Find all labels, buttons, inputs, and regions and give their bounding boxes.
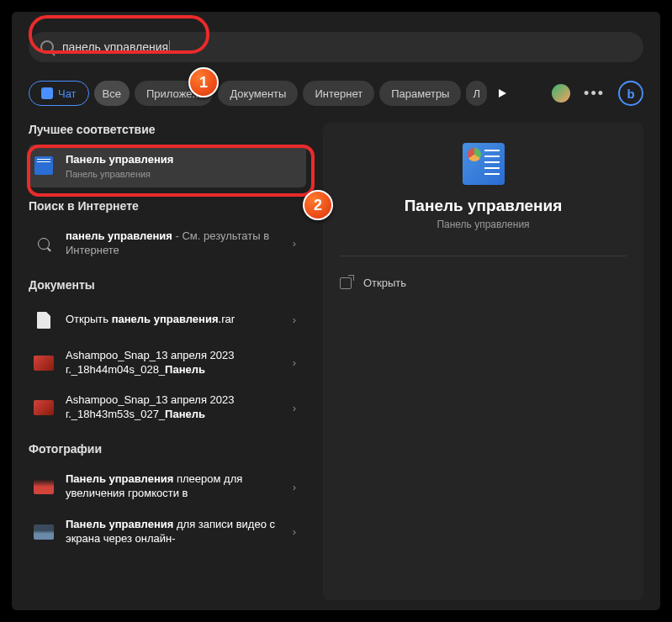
chevron-right-icon: › <box>293 237 296 250</box>
play-icon[interactable] <box>499 89 506 98</box>
search-input[interactable]: панель управления <box>62 40 168 54</box>
file-icon <box>37 312 50 329</box>
chevron-right-icon: › <box>293 402 296 414</box>
more-menu-icon[interactable]: ••• <box>584 85 605 103</box>
chevron-right-icon: › <box>293 356 296 369</box>
image-icon <box>34 400 54 415</box>
filter-documents[interactable]: Документы <box>218 81 298 106</box>
callout-1: 1 <box>188 67 219 98</box>
document-item[interactable]: Открыть панель управления.rar › <box>29 300 306 340</box>
details-title: Панель управления <box>405 197 563 215</box>
image-icon <box>34 524 54 540</box>
search-icon <box>40 40 54 54</box>
section-documents: Документы <box>29 278 306 292</box>
details-panel: Панель управления Панель управления Откр… <box>323 123 643 600</box>
callout-2: 2 <box>303 190 333 220</box>
chevron-right-icon: › <box>293 314 296 326</box>
image-icon <box>34 356 54 371</box>
filter-all[interactable]: Все <box>94 81 130 106</box>
filter-settings[interactable]: Параметры <box>379 81 461 106</box>
open-label: Открыть <box>363 277 406 289</box>
photo-item[interactable]: Панель управления плеером для увеличения… <box>29 464 306 509</box>
photo-item[interactable]: Панель управления для записи видео с экр… <box>29 509 306 555</box>
divider <box>340 256 627 256</box>
web-search-item[interactable]: панель управления - См. результаты в Инт… <box>29 221 306 266</box>
search-bar[interactable]: панель управления <box>29 32 643 62</box>
user-avatar[interactable] <box>552 84 570 103</box>
result-title: Открыть панель управления.rar <box>66 313 283 327</box>
document-item[interactable]: Ashampoo_Snap_13 апреля 2023 г._18h44m04… <box>29 340 306 386</box>
result-title: Ashampoo_Snap_13 апреля 2023 г._18h43m53… <box>66 393 283 422</box>
best-match-item[interactable]: Панель управления Панель управления <box>29 145 306 187</box>
section-photos: Фотографии <box>29 442 306 456</box>
chevron-right-icon: › <box>293 481 296 493</box>
search-icon <box>38 238 50 250</box>
filter-internet[interactable]: Интернет <box>303 81 374 106</box>
results-column: Лучшее соответствие Панель управления Па… <box>29 123 306 600</box>
control-panel-icon <box>34 156 53 175</box>
chat-filter-button[interactable]: Чат <box>29 81 89 106</box>
result-title: панель управления - См. результаты в Инт… <box>66 229 283 258</box>
image-icon <box>34 479 54 494</box>
document-item[interactable]: Ashampoo_Snap_13 апреля 2023 г._18h43m53… <box>29 385 306 430</box>
details-subtitle: Панель управления <box>437 219 529 230</box>
open-action[interactable]: Открыть <box>340 273 627 293</box>
bing-icon <box>41 87 53 99</box>
filter-bar: Чат Все Приложе... Документы Интернет Па… <box>29 81 643 106</box>
result-title: Панель управления <box>66 153 296 167</box>
control-panel-large-icon <box>463 143 505 185</box>
result-subtitle: Панель управления <box>66 169 296 179</box>
result-title: Панель управления плеером для увеличения… <box>66 472 283 501</box>
section-best-match: Лучшее соответствие <box>29 123 306 136</box>
section-web-search: Поиск в Интернете <box>29 199 306 213</box>
result-title: Панель управления для записи видео с экр… <box>66 518 283 546</box>
result-title: Ashampoo_Snap_13 апреля 2023 г._18h44m04… <box>66 349 283 377</box>
chat-label: Чат <box>58 87 77 100</box>
filter-more[interactable]: Л <box>466 81 487 106</box>
bing-chat-icon[interactable]: b <box>618 81 643 106</box>
open-icon <box>340 277 352 289</box>
chevron-right-icon: › <box>293 525 296 538</box>
text-cursor <box>169 40 170 54</box>
